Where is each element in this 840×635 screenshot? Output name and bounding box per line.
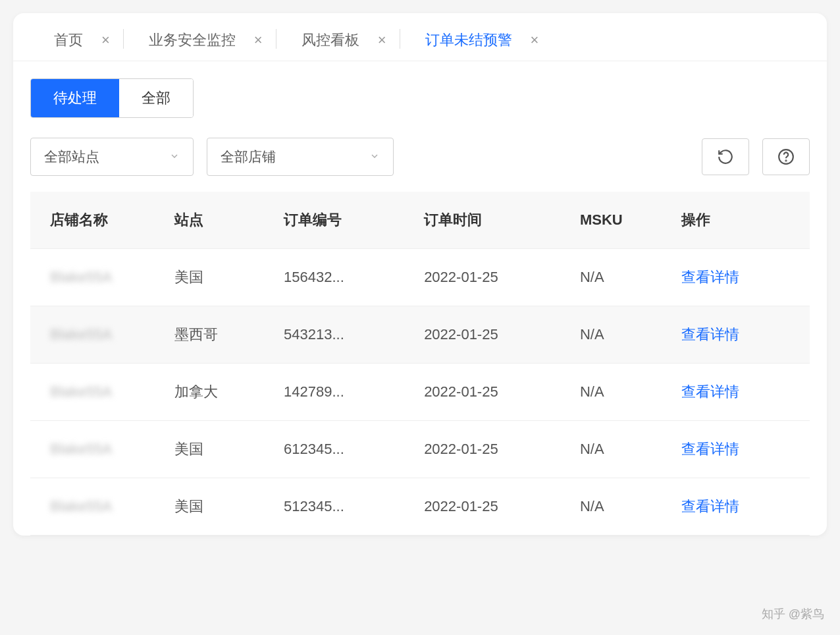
close-icon[interactable]: ×: [378, 33, 386, 47]
cell-site: 美国: [163, 249, 272, 306]
column-header-order-no: 订单编号: [272, 192, 412, 249]
orders-table: 店铺名称 站点 订单编号 订单时间 MSKU 操作 Blake55A 美国 15…: [30, 192, 810, 536]
tab-security-monitor[interactable]: 业务安全监控 ×: [124, 22, 276, 61]
view-detail-link[interactable]: 查看详情: [681, 326, 739, 343]
cell-msku: N/A: [568, 364, 669, 421]
svg-point-1: [785, 160, 786, 161]
chevron-down-icon: [169, 149, 180, 165]
close-icon[interactable]: ×: [101, 33, 110, 47]
tab-bar: 首页 × 业务安全监控 × 风控看板 × 订单未结预警 ×: [13, 13, 827, 61]
column-header-store: 店铺名称: [30, 192, 163, 249]
cell-msku: N/A: [568, 478, 669, 536]
view-detail-link[interactable]: 查看详情: [681, 269, 739, 285]
cell-store: Blake55A: [50, 326, 112, 343]
cell-store: Blake55A: [50, 383, 112, 400]
cell-order-no: 156432...: [272, 249, 412, 306]
cell-time: 2022-01-25: [412, 478, 568, 536]
cell-order-no: 512345...: [272, 478, 412, 536]
tab-label: 风控看板: [302, 30, 359, 50]
cell-order-no: 612345...: [272, 421, 412, 478]
chevron-down-icon: [369, 149, 380, 165]
tab-risk-dashboard[interactable]: 风控看板 ×: [276, 22, 400, 61]
view-detail-link[interactable]: 查看详情: [681, 441, 739, 457]
toolbar: 全部站点 全部店铺: [30, 138, 810, 176]
cell-site: 墨西哥: [163, 306, 272, 364]
select-value: 全部站点: [44, 148, 99, 166]
table-row: Blake55A 美国 612345... 2022-01-25 N/A 查看详…: [30, 421, 810, 478]
table-row: Blake55A 墨西哥 543213... 2022-01-25 N/A 查看…: [30, 306, 810, 364]
table-row: Blake55A 美国 512345... 2022-01-25 N/A 查看详…: [30, 478, 810, 536]
cell-order-no: 142789...: [272, 364, 412, 421]
site-select[interactable]: 全部站点: [30, 138, 194, 176]
tab-label: 业务安全监控: [149, 30, 236, 50]
help-button[interactable]: [762, 138, 810, 175]
tab-home[interactable]: 首页 ×: [29, 22, 123, 61]
tab-label: 首页: [54, 30, 83, 50]
tab-label: 订单未结预警: [425, 30, 512, 50]
cell-store: Blake55A: [50, 441, 112, 457]
cell-store: Blake55A: [50, 269, 112, 285]
cell-msku: N/A: [568, 249, 669, 306]
cell-msku: N/A: [568, 421, 669, 478]
table-header-row: 店铺名称 站点 订单编号 订单时间 MSKU 操作: [30, 192, 810, 249]
refresh-icon: [717, 148, 734, 165]
close-icon[interactable]: ×: [531, 33, 539, 47]
cell-time: 2022-01-25: [412, 249, 568, 306]
filter-tab-all[interactable]: 全部: [119, 79, 193, 117]
column-header-action: 操作: [669, 192, 810, 249]
column-header-time: 订单时间: [412, 192, 568, 249]
cell-msku: N/A: [568, 306, 669, 364]
cell-time: 2022-01-25: [412, 306, 568, 364]
cell-store: Blake55A: [50, 498, 112, 514]
cell-site: 美国: [163, 421, 272, 478]
table-row: Blake55A 加拿大 142789... 2022-01-25 N/A 查看…: [30, 364, 810, 421]
close-icon[interactable]: ×: [254, 33, 263, 47]
store-select[interactable]: 全部店铺: [207, 138, 394, 176]
view-detail-link[interactable]: 查看详情: [681, 383, 739, 400]
tab-order-warning[interactable]: 订单未结预警 ×: [400, 22, 552, 61]
select-value: 全部店铺: [221, 148, 276, 166]
table-row: Blake55A 美国 156432... 2022-01-25 N/A 查看详…: [30, 249, 810, 306]
column-header-msku: MSKU: [568, 192, 669, 249]
cell-site: 美国: [163, 478, 272, 536]
filter-tab-group: 待处理 全部: [30, 78, 194, 118]
help-icon: [777, 148, 795, 165]
column-header-site: 站点: [163, 192, 272, 249]
cell-order-no: 543213...: [272, 306, 412, 364]
refresh-button[interactable]: [702, 138, 749, 175]
filter-tab-pending[interactable]: 待处理: [31, 79, 119, 117]
view-detail-link[interactable]: 查看详情: [681, 498, 739, 514]
cell-site: 加拿大: [163, 364, 272, 421]
cell-time: 2022-01-25: [412, 421, 568, 478]
cell-time: 2022-01-25: [412, 364, 568, 421]
